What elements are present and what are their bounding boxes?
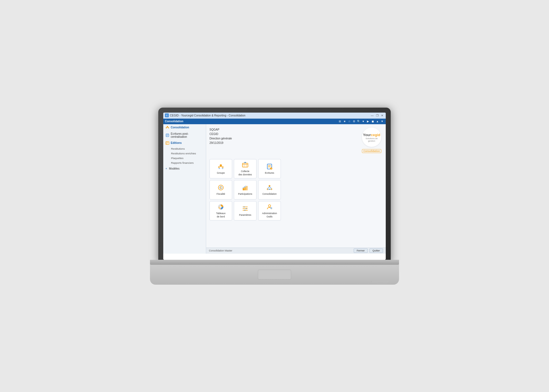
svg-rect-20 — [242, 163, 248, 167]
tableaux-label: Tableauxde bord — [216, 212, 226, 218]
svg-rect-19 — [222, 168, 223, 169]
module-parametres[interactable]: Paramètres — [234, 201, 257, 220]
minimize-button[interactable]: — — [370, 113, 374, 117]
main-content: SQGAP CEGID Direction générale 29/11/201… — [206, 124, 386, 254]
main-body: Consolidation Ecritures post-centralisat… — [163, 124, 386, 254]
admin-icon — [266, 203, 273, 211]
module-ecritures[interactable]: ✓ Ecritures — [258, 159, 281, 178]
sidebar: Consolidation Ecritures post-centralisat… — [163, 124, 206, 254]
toolbar-icon-up[interactable]: ▲ — [376, 120, 379, 123]
svg-line-40 — [244, 186, 246, 187]
module-groupe[interactable]: Groupe — [209, 159, 232, 178]
parametres-label: Paramètres — [239, 214, 251, 217]
svg-point-47 — [269, 189, 270, 190]
info-line2: CEGID — [209, 132, 382, 136]
svg-rect-18 — [219, 168, 220, 169]
window-title: CEGID - Yourcegid Consolidation & Report… — [170, 114, 369, 117]
toolbar-label: Consolidation — [165, 120, 183, 123]
consolidation-mod-label: Consolidation — [262, 193, 277, 196]
module-tableaux[interactable]: Tableauxde bord — [209, 201, 232, 220]
toolbar-icon-stop[interactable]: ◼ — [371, 120, 375, 123]
logo-circle: Yourcegid Solutions de gestion — [362, 128, 381, 147]
sidebar-item-ecritures[interactable]: Ecritures post-centralisation — [163, 131, 206, 140]
sidebar-item-modeles[interactable]: + Modèles — [163, 166, 206, 172]
consolidation-icon — [165, 126, 169, 129]
svg-line-45 — [270, 187, 271, 188]
module-collecte[interactable]: Collectedes données — [234, 159, 257, 178]
titlebar: C CEGID - Yourcegid Consolidation & Repo… — [163, 113, 386, 119]
svg-rect-37 — [244, 187, 246, 190]
sidebar-item-editions[interactable]: Editions — [163, 140, 206, 146]
toolbar-icon-search[interactable]: 🔍 — [357, 120, 361, 123]
toolbar-icon-star-empty[interactable]: ☆ — [347, 120, 351, 123]
sidebar-sub-plaquettes[interactable]: Plaquettes — [163, 156, 206, 160]
speaker-right — [371, 281, 388, 282]
toolbar-icon-grid[interactable]: ⊞ — [338, 120, 342, 123]
fiscalite-label: Fiscalité — [216, 193, 225, 196]
laptop-base-body — [150, 265, 399, 285]
trackpad — [258, 270, 291, 279]
fermer-button[interactable]: Fermer — [354, 248, 368, 253]
status-text: Consolidation Master — [209, 249, 232, 252]
modules-grid: Groupe — [209, 159, 382, 220]
collecte-icon — [241, 161, 249, 169]
svg-point-13 — [220, 164, 222, 167]
app-icon: C — [165, 113, 169, 117]
toolbar-icon-settings[interactable]: ⚙ — [352, 120, 356, 123]
svg-point-41 — [269, 185, 270, 187]
toolbar-icon-star-filled[interactable]: ★ — [343, 120, 346, 123]
sidebar-label-editions: Editions — [171, 141, 182, 144]
svg-line-39 — [243, 187, 244, 188]
ecritures-label: Ecritures — [265, 172, 274, 175]
sidebar-label-consolidation: Consolidation — [171, 126, 189, 129]
sidebar-sub-restitutions-enrichies[interactable]: Restitutions enrichies — [163, 151, 206, 156]
toolbar-icons: ⊞ ★ ☆ ⚙ 🔍 ♥ ▶ ◼ ▲ ▼ — [338, 120, 384, 123]
info-line1: SQGAP — [209, 128, 382, 132]
editions-icon — [165, 141, 169, 145]
close-button[interactable]: ✕ — [380, 113, 384, 117]
groupe-label: Groupe — [217, 172, 225, 175]
svg-point-0 — [167, 126, 168, 127]
module-participations[interactable]: Participations — [234, 180, 257, 199]
svg-point-49 — [220, 206, 222, 208]
sidebar-label-modeles: Modèles — [169, 167, 180, 170]
logo-subtitle: Solutions de gestion — [362, 137, 381, 142]
fiscalite-icon: € — [217, 184, 225, 191]
ecritures-icon — [165, 133, 169, 137]
window-controls: — ❐ ✕ — [370, 113, 384, 117]
status-buttons: Fermer Quitter — [354, 248, 383, 253]
expand-icon: + — [165, 167, 167, 170]
participations-icon — [241, 184, 249, 191]
sidebar-sub-rapports-financiers[interactable]: Rapports financiers — [163, 160, 206, 165]
svg-rect-38 — [246, 186, 248, 190]
status-bar: Consolidation Master Fermer Quitter — [206, 248, 386, 254]
svg-text:✓: ✓ — [271, 168, 272, 170]
svg-line-44 — [268, 187, 270, 188]
module-consolidation[interactable]: Consolidation — [258, 180, 281, 199]
info-line4: 29/11/2019 — [209, 141, 382, 145]
sidebar-sub-restitutions[interactable]: Restitutions — [163, 146, 206, 151]
laptop-base — [150, 260, 399, 285]
toolbar: Consolidation ⊞ ★ ☆ ⚙ 🔍 ♥ ▶ ◼ ▲ ▼ — [163, 119, 386, 124]
toolbar-icon-heart[interactable]: ♥ — [361, 120, 365, 123]
logo-area: Yourcegid Solutions de gestion Consolida… — [362, 128, 381, 153]
participations-label: Participations — [238, 193, 252, 196]
sidebar-item-consolidation[interactable]: Consolidation — [163, 124, 206, 131]
quitter-button[interactable]: Quitter — [369, 248, 383, 253]
parametres-icon — [241, 205, 249, 212]
svg-point-56 — [268, 205, 271, 207]
logo-cegid: cegid — [371, 133, 380, 137]
groupe-icon — [217, 163, 225, 170]
info-line3: Direction générale — [209, 136, 382, 141]
logo-your: Your — [363, 133, 371, 137]
module-admin[interactable]: AdministrationOutils — [258, 201, 281, 220]
restore-button[interactable]: ❐ — [375, 113, 379, 117]
toolbar-icon-down[interactable]: ▼ — [380, 120, 384, 123]
module-fiscalite[interactable]: € Fiscalité — [209, 180, 232, 199]
toolbar-icon-play[interactable]: ▶ — [366, 120, 370, 123]
collecte-label: Collectedes données — [239, 170, 252, 176]
admin-label: AdministrationOutils — [262, 212, 277, 218]
laptop-hinge — [150, 260, 399, 265]
svg-rect-36 — [243, 188, 244, 190]
sidebar-label-ecritures: Ecritures post-centralisation — [171, 132, 204, 138]
